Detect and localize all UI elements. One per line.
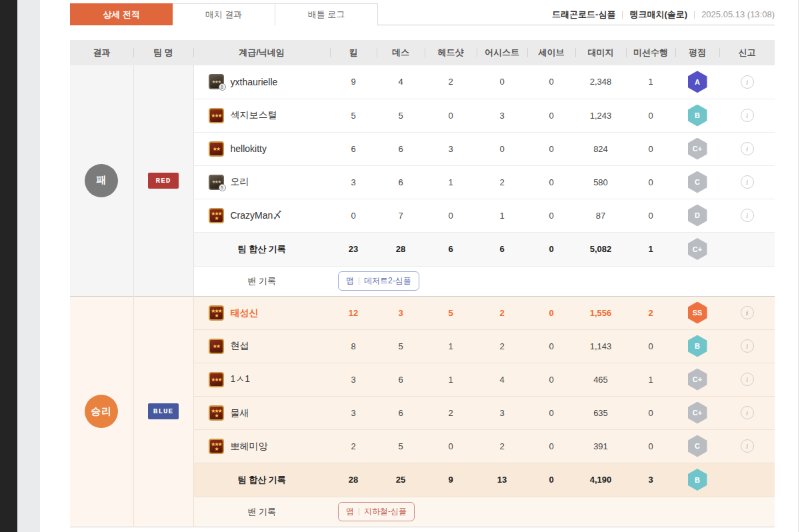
rank-insignia-icon: ★★★8: [209, 74, 224, 89]
kills-value: 3: [330, 363, 377, 396]
team-tag: BLUE: [148, 403, 179, 419]
rank-insignia-icon: ★★★5: [209, 175, 224, 190]
assists-value: 2: [477, 165, 527, 199]
grade-badge: B: [688, 469, 707, 491]
report-info-icon[interactable]: i: [741, 306, 754, 319]
saves-value: 0: [527, 132, 575, 165]
header-damage: 대미지: [575, 40, 626, 65]
saves-value: 0: [527, 99, 575, 132]
separator: [694, 11, 695, 19]
report-info-icon[interactable]: i: [741, 406, 754, 419]
match-datetime: 2025.05.13 (13:08): [701, 9, 775, 19]
separator: [359, 277, 359, 285]
grade-badge: SS: [688, 302, 707, 324]
deaths-value: 5: [377, 429, 425, 463]
player-nickname: 뽀헤미앙: [231, 441, 268, 453]
match-detail-panel: 상세 전적 매치 결과 배틀 로그 드래곤로드-심플 랭크매치(솔로) 2025…: [70, 0, 775, 527]
report-info-icon[interactable]: i: [741, 175, 754, 189]
player-row: 승리BLUE ★★★★ 태성신 12 3 5 2 0 1,556 2 SS i: [70, 296, 775, 329]
report-info-icon[interactable]: i: [741, 373, 754, 386]
report-info-icon[interactable]: i: [741, 439, 754, 453]
damage-value: 465: [575, 363, 626, 396]
tab-battle-log[interactable]: 배틀 로그: [275, 3, 378, 25]
kills-value: 3: [330, 165, 377, 199]
kills-value: 12: [330, 296, 377, 329]
headshots-value: 0: [425, 199, 477, 232]
header-missions: 미션수행: [626, 40, 675, 65]
deaths-value: 4: [377, 65, 425, 99]
kills-value: 8: [330, 329, 377, 363]
saves-value: 0: [527, 65, 575, 99]
grade-badge: C: [688, 435, 707, 457]
team-red-section: 패RED ★★★8 yxthaurielle 9 4 2 0 0 2,348 1…: [70, 65, 775, 296]
headshots-value: 1: [425, 165, 477, 199]
report-info-icon[interactable]: i: [741, 209, 754, 222]
saves-value: 0: [527, 363, 575, 396]
player-nickname: hellokitty: [231, 143, 267, 154]
player-nickname: 태성신: [231, 307, 259, 319]
ban-map-name: 지하철-심플: [364, 506, 407, 517]
grade-badge: C+: [688, 369, 707, 391]
deaths-value: 6: [377, 396, 425, 429]
team-blue-section: 승리BLUE ★★★★ 태성신 12 3 5 2 0 1,556 2 SS i …: [70, 296, 775, 527]
header-team-name: 팀 명: [133, 40, 193, 65]
team-name-cell: RED: [133, 65, 193, 296]
saves-value: 0: [527, 463, 575, 497]
player-nickname: CrazyMan〆: [231, 210, 283, 222]
report-info-icon[interactable]: i: [741, 75, 754, 89]
team-total-label: 팀 합산 기록: [193, 232, 330, 266]
header-saves: 세이브: [527, 40, 575, 65]
headshots-value: 1: [425, 363, 477, 396]
rank-insignia-icon: ★★: [209, 339, 224, 354]
assists-value: 2: [477, 296, 527, 329]
deaths-value: 6: [377, 132, 425, 165]
player-nickname: 현섭: [231, 340, 249, 352]
tab-detail-record[interactable]: 상세 전적: [70, 3, 173, 25]
rank-insignia-icon: ★★★★: [209, 439, 224, 454]
headshots-value: 5: [425, 296, 477, 329]
page-left-dark-strip: [0, 0, 17, 532]
grade-badge: B: [688, 335, 707, 357]
rank-insignia-icon: ★★★: [209, 108, 224, 123]
header-headshots: 헤드샷: [425, 40, 477, 65]
match-result-cell: 패: [70, 65, 133, 296]
report-info-icon[interactable]: i: [741, 109, 754, 122]
report-info-icon[interactable]: i: [741, 339, 754, 353]
assists-value: 2: [477, 429, 527, 463]
separator: [622, 11, 623, 19]
grade-badge: C+: [688, 238, 707, 260]
ban-map-chip[interactable]: 맵 데저트2-심플: [338, 271, 419, 291]
missions-value: 0: [626, 99, 675, 132]
missions-value: 1: [626, 232, 675, 266]
header-deaths: 데스: [377, 40, 425, 65]
damage-value: 1,556: [575, 296, 626, 329]
deaths-value: 25: [377, 463, 425, 497]
kills-value: 23: [330, 232, 377, 266]
scoreboard-table: 결과 팀 명 계급/닉네임 킬 데스 헤드샷 어시스트 세이브 대미지 미션수행…: [70, 40, 775, 527]
ban-record-label: 밴 기록: [193, 266, 330, 296]
deaths-value: 7: [377, 199, 425, 232]
kills-value: 3: [330, 396, 377, 429]
kills-value: 5: [330, 99, 377, 132]
missions-value: 0: [626, 199, 675, 232]
missions-value: 0: [626, 329, 675, 363]
match-map-name: 드래곤로드-심플: [552, 9, 615, 21]
missions-value: 1: [626, 363, 675, 396]
result-badge: 패: [85, 164, 118, 197]
report-info-icon[interactable]: i: [741, 142, 754, 155]
saves-value: 0: [527, 199, 575, 232]
assists-value: 6: [477, 232, 527, 266]
ban-map-name: 데저트2-심플: [364, 275, 411, 287]
rank-insignia-icon: ★★: [209, 141, 224, 157]
deaths-value: 5: [377, 99, 425, 132]
match-info: 드래곤로드-심플 랭크매치(솔로) 2025.05.13 (13:08): [552, 3, 775, 25]
deaths-value: 6: [377, 363, 425, 396]
damage-value: 4,190: [575, 463, 626, 497]
damage-value: 824: [575, 132, 626, 165]
ban-map-chip[interactable]: 맵 지하철-심플: [338, 502, 415, 521]
saves-value: 0: [527, 232, 575, 266]
scoreboard-header: 결과 팀 명 계급/닉네임 킬 데스 헤드샷 어시스트 세이브 대미지 미션수행…: [70, 40, 775, 65]
assists-value: 0: [477, 132, 527, 165]
tab-match-result[interactable]: 매치 결과: [173, 3, 275, 25]
rank-insignia-icon: ★★★★: [209, 208, 224, 223]
